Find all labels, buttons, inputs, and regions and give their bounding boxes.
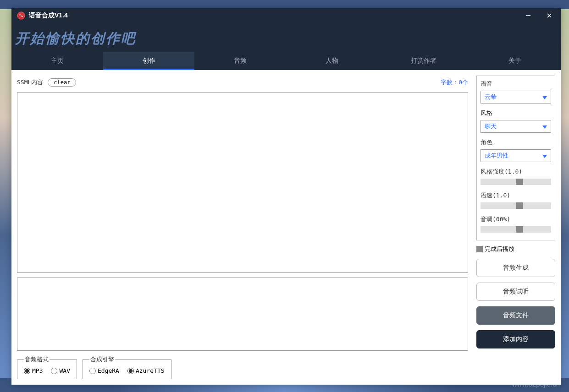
- pitch-label: 音调(00%): [481, 215, 551, 223]
- degree-slider[interactable]: [481, 179, 551, 185]
- play-after-label: 完成后播放: [485, 245, 514, 253]
- audio-file-button[interactable]: 音频文件: [476, 306, 555, 325]
- tab-home[interactable]: 主页: [11, 52, 103, 70]
- voice-select-value: 云希: [485, 93, 497, 101]
- minimize-button[interactable]: [524, 11, 532, 20]
- role-label: 角色: [481, 138, 551, 147]
- role-select-value: 成年男性: [485, 152, 508, 160]
- header: 开始愉快的创作吧 主页 创作 音频 人物 打赏作者 关于: [11, 24, 561, 70]
- voice-select[interactable]: 云希: [481, 91, 551, 103]
- pitch-slider-thumb[interactable]: [516, 226, 523, 233]
- pitch-slider[interactable]: [481, 226, 551, 233]
- rate-slider[interactable]: [481, 202, 551, 209]
- tab-create[interactable]: 创作: [103, 52, 195, 70]
- role-select[interactable]: 成年男性: [481, 149, 551, 162]
- radio-wav-input[interactable]: [51, 368, 57, 374]
- radio-azuretts[interactable]: AzureTTS: [127, 367, 165, 374]
- degree-label: 风格强度(1.0): [481, 168, 551, 176]
- radio-wav[interactable]: WAV: [51, 367, 70, 374]
- style-select[interactable]: 聊天: [481, 120, 551, 133]
- radio-mp3-label: MP3: [32, 367, 43, 374]
- style-select-value: 聊天: [485, 122, 497, 131]
- radio-edgera[interactable]: EdgeRA: [89, 367, 119, 374]
- app-window: 语音合成V1.4 开始愉快的创作吧 主页 创作 音频 人物 打赏作者 关于 SS…: [11, 8, 561, 385]
- bottom-option-groups: 音频格式 MP3 WAV 合成引擎: [17, 355, 468, 379]
- tab-about[interactable]: 关于: [469, 52, 561, 70]
- audio-format-legend: 音频格式: [24, 355, 50, 364]
- word-count: 字数：0个: [441, 78, 468, 87]
- play-after-checkbox[interactable]: [476, 246, 483, 252]
- window-controls: [524, 11, 553, 20]
- radio-edgera-input[interactable]: [89, 368, 96, 374]
- radio-azuretts-label: AzureTTS: [136, 367, 165, 374]
- close-button[interactable]: [545, 11, 553, 20]
- tab-audio[interactable]: 音频: [194, 52, 286, 70]
- tab-donate[interactable]: 打赏作者: [378, 52, 470, 70]
- play-after-row[interactable]: 完成后播放: [476, 245, 555, 253]
- options-box: 语音 云希 风格 聊天 角色 成年男性 风格强度(1.0) 语速(1.0): [476, 76, 555, 240]
- left-panel: SSML内容 clear 字数：0个 音频格式 MP3: [17, 76, 468, 379]
- radio-mp3-input[interactable]: [24, 368, 30, 374]
- app-icon: [17, 11, 25, 20]
- tab-characters[interactable]: 人物: [286, 52, 378, 70]
- ssml-header: SSML内容 clear 字数：0个: [17, 76, 468, 89]
- add-content-button[interactable]: 添加内容: [476, 330, 555, 348]
- audio-format-group: 音频格式 MP3 WAV: [17, 355, 77, 379]
- degree-slider-thumb[interactable]: [516, 179, 523, 185]
- preview-button[interactable]: 音频试听: [476, 283, 555, 301]
- radio-azuretts-input[interactable]: [127, 368, 134, 374]
- output-box[interactable]: [17, 278, 468, 351]
- radio-edgera-label: EdgeRA: [98, 367, 119, 374]
- titlebar: 语音合成V1.4: [11, 8, 561, 24]
- radio-mp3[interactable]: MP3: [24, 367, 43, 374]
- generate-button[interactable]: 音频生成: [476, 259, 555, 277]
- content-area: SSML内容 clear 字数：0个 音频格式 MP3: [11, 70, 561, 385]
- right-panel: 语音 云希 风格 聊天 角色 成年男性 风格强度(1.0) 语速(1.0): [476, 76, 555, 379]
- app-title: 语音合成V1.4: [29, 11, 524, 20]
- engine-legend: 合成引擎: [89, 355, 115, 364]
- slogan-text: 开始愉快的创作吧: [11, 24, 561, 52]
- ssml-label: SSML内容: [17, 78, 43, 87]
- style-label: 风格: [481, 109, 551, 117]
- rate-slider-thumb[interactable]: [516, 202, 523, 209]
- tab-bar: 主页 创作 音频 人物 打赏作者 关于: [11, 52, 561, 70]
- rate-label: 语速(1.0): [481, 191, 551, 200]
- ssml-input[interactable]: [17, 92, 468, 273]
- clear-button[interactable]: clear: [48, 78, 76, 87]
- radio-wav-label: WAV: [59, 367, 70, 374]
- voice-label: 语音: [481, 80, 551, 88]
- engine-group: 合成引擎 EdgeRA AzureTTS: [83, 355, 171, 379]
